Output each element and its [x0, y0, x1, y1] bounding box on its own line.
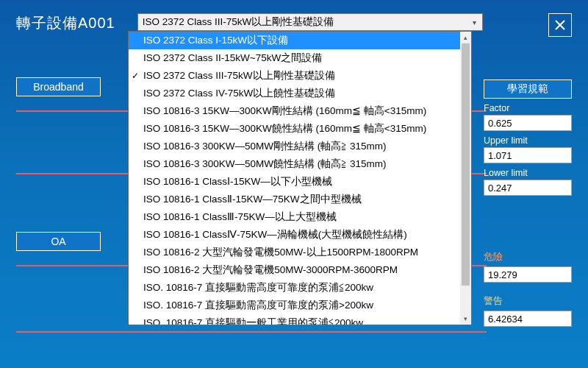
close-icon — [554, 19, 566, 31]
dropdown-item[interactable]: ISO 10816-3 300KW—50MW饒性結構 (軸高≧ 315mm) — [129, 155, 471, 173]
dropdown-item-label: ISO 10816-1 ClassⅠ-15KW—以下小型機械 — [143, 176, 332, 187]
page-title: 轉子設備A001 — [16, 13, 115, 33]
scroll-down-icon[interactable]: ▾ — [460, 313, 471, 325]
dropdown-item[interactable]: ISO 10816-1 ClassⅡ-15KW—75KW之間中型機械 — [129, 191, 471, 208]
dropdown-item-label: ISO 10816-1 ClassⅣ-75KW—渦輪機械(大型機械饒性結構) — [143, 229, 407, 240]
upper-limit-label: Upper limit — [484, 135, 572, 146]
dropdown-item[interactable]: ISO 10816-3 15KW—300KW饒性結構 (160mm≦ 軸高<31… — [129, 120, 471, 138]
warning-label: 警告 — [484, 294, 572, 308]
dropdown-item-label: ISO 10816-1 ClassⅡ-15KW—75KW之間中型機械 — [143, 194, 362, 205]
tab-broadband[interactable]: Broadband — [16, 77, 101, 96]
dropdown-item[interactable]: ISO 10816-1 ClassⅢ-75KW—以上大型機械 — [129, 208, 471, 226]
dropdown-item[interactable]: ISO 10816-3 300KW—50MW剛性結構 (軸高≧ 315mm) — [129, 138, 471, 155]
dropdown-item[interactable]: ISO 10816-1 ClassⅠ-15KW—以下小型機械 — [129, 173, 471, 191]
dropdown-item-label: ISO. 10816-7 直接驅動一般工業用的泵浦≦200kw — [143, 317, 363, 325]
dropdown-item-label: ISO 2372 Class II-15kW~75kW之間設備 — [143, 52, 322, 63]
danger-label: 危險 — [484, 250, 572, 263]
dropdown-item[interactable]: ISO 10816-2 大型汽輪發電機50MW-3000RPM-3600RPM — [129, 261, 471, 279]
lower-limit-input[interactable] — [484, 180, 572, 196]
factor-label: Factor — [484, 103, 572, 113]
dropdown-item-label: ISO 10816-1 ClassⅢ-75KW—以上大型機械 — [143, 211, 337, 222]
dropdown-item-label: ISO 10816-2 大型汽輪發電機50MW-3000RPM-3600RPM — [143, 264, 398, 275]
standard-select-value: ISO 2372 Class III-75kW以上剛性基礎設備 — [143, 15, 334, 29]
dropdown-item-label: ISO 10816-3 15KW—300KW剛性結構 (160mm≦ 軸高<31… — [143, 105, 426, 116]
tab-oa[interactable]: OA — [16, 232, 101, 251]
dropdown-item-label: ISO 10816-3 300KW—50MW饒性結構 (軸高≧ 315mm) — [143, 158, 387, 169]
dropdown-item[interactable]: ISO 2372 Class II-15kW~75kW之間設備 — [129, 49, 471, 67]
dropdown-item[interactable]: ISO. 10816-7 直接驅動需高度可靠度的泵浦>200kw — [129, 297, 471, 314]
dropdown-item-label: ISO 2372 Class IV-75kW以上饒性基礎設備 — [143, 88, 335, 99]
lower-limit-label: Lower limit — [484, 168, 572, 178]
learning-spec-title: 學習規範 — [484, 79, 572, 99]
dropdown-item-label: ISO 2372 Class III-75kW以上剛性基礎設備 — [143, 70, 335, 81]
dropdown-item-label: ISO 10816-2 大型汽輪發電機50MW-以上1500RPM-1800RP… — [143, 247, 418, 258]
scroll-track[interactable] — [460, 43, 471, 313]
chevron-down-icon: ▾ — [469, 16, 481, 28]
warning-input[interactable] — [484, 311, 572, 327]
dropdown-item[interactable]: ISO 10816-1 ClassⅣ-75KW—渦輪機械(大型機械饒性結構) — [129, 226, 471, 244]
factor-input[interactable] — [484, 115, 572, 131]
danger-input[interactable] — [484, 266, 572, 283]
dropdown-item[interactable]: ✓ISO 2372 Class III-75kW以上剛性基礎設備 — [129, 67, 471, 85]
dropdown-item[interactable]: ISO 2372 Class IV-75kW以上饒性基礎設備 — [129, 85, 471, 102]
close-button[interactable] — [548, 13, 572, 37]
dropdown-item-label: ISO. 10816-7 直接驅動需高度可靠度的泵浦≦200kw — [143, 282, 373, 293]
standard-dropdown[interactable]: ISO 2372 Class I-15kW以下設備ISO 2372 Class … — [128, 31, 472, 325]
scroll-thumb[interactable] — [462, 43, 470, 286]
dropdown-item-label: ISO 2372 Class I-15kW以下設備 — [143, 35, 288, 46]
dropdown-scrollbar[interactable]: ▴ ▾ — [460, 32, 471, 325]
dropdown-item[interactable]: ISO. 10816-7 直接驅動需高度可靠度的泵浦≦200kw — [129, 279, 471, 297]
dropdown-item[interactable]: ISO 2372 Class I-15kW以下設備 — [129, 32, 471, 49]
upper-limit-input[interactable] — [484, 147, 572, 163]
dropdown-item-label: ISO 10816-3 15KW—300KW饒性結構 (160mm≦ 軸高<31… — [143, 123, 426, 134]
dropdown-item-label: ISO. 10816-7 直接驅動需高度可靠度的泵浦>200kw — [143, 300, 373, 311]
divider — [16, 331, 487, 333]
dropdown-item[interactable]: ISO 10816-3 15KW—300KW剛性結構 (160mm≦ 軸高<31… — [129, 102, 471, 120]
standard-select[interactable]: ISO 2372 Class III-75kW以上剛性基礎設備 ▾ — [137, 13, 483, 31]
check-icon: ✓ — [132, 68, 139, 83]
dropdown-item-label: ISO 10816-3 300KW—50MW剛性結構 (軸高≧ 315mm) — [143, 141, 387, 152]
dropdown-item[interactable]: ISO 10816-2 大型汽輪發電機50MW-以上1500RPM-1800RP… — [129, 244, 471, 261]
dropdown-item[interactable]: ISO. 10816-7 直接驅動一般工業用的泵浦≦200kw — [129, 314, 471, 325]
scroll-up-icon[interactable]: ▴ — [460, 32, 471, 43]
